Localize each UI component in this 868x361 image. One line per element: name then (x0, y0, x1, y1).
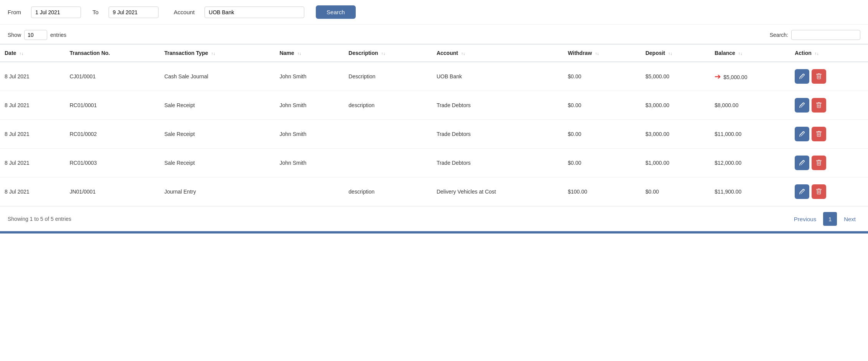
col-account: Account ↑↓ (432, 44, 563, 62)
cell-action (790, 177, 868, 206)
cell-withdraw: $0.00 (563, 62, 641, 91)
table-row: 8 Jul 2021RC01/0001Sale ReceiptJohn Smit… (0, 91, 868, 120)
col-description: Description ↑↓ (344, 44, 432, 62)
sort-name-icon[interactable]: ↑↓ (297, 51, 302, 56)
action-buttons (795, 184, 863, 199)
cell-withdraw: $100.00 (563, 177, 641, 206)
sort-action-icon[interactable]: ↑↓ (815, 51, 819, 56)
col-name: Name ↑↓ (275, 44, 344, 62)
sort-type-icon[interactable]: ↑↓ (211, 51, 215, 56)
sort-withdraw-icon[interactable]: ↑↓ (595, 51, 599, 56)
next-button[interactable]: Next (839, 214, 860, 225)
sort-balance-icon[interactable]: ↑↓ (738, 51, 743, 56)
col-withdraw: Withdraw ↑↓ (563, 44, 641, 62)
show-label: Show (8, 32, 21, 38)
cell-name: John Smith (275, 120, 344, 149)
cell-description (344, 149, 432, 177)
cell-transaction-no: RC01/0003 (65, 149, 160, 177)
footer-bar: Showing 1 to 5 of 5 entries Previous 1 N… (0, 206, 868, 231)
cell-date: 8 Jul 2021 (0, 120, 65, 149)
col-transaction-no: Transaction No. (65, 44, 160, 62)
sort-desc-icon[interactable]: ↑↓ (381, 51, 385, 56)
table-header: Date ↑↓ Transaction No. Transaction Type… (0, 44, 868, 62)
cell-name: John Smith (275, 91, 344, 120)
table-row: 8 Jul 2021CJ01/0001Cash Sale JournalJohn… (0, 62, 868, 91)
cell-description: description (344, 177, 432, 206)
col-transaction-type: Transaction Type ↑↓ (160, 44, 275, 62)
action-buttons (795, 98, 863, 113)
cell-transaction-type: Cash Sale Journal (160, 62, 275, 91)
edit-button[interactable] (795, 98, 809, 113)
page-1-button[interactable]: 1 (823, 212, 837, 226)
previous-button[interactable]: Previous (789, 214, 821, 225)
cell-description (344, 120, 432, 149)
cell-deposit: $3,000.00 (641, 120, 710, 149)
cell-transaction-type: Sale Receipt (160, 149, 275, 177)
delete-button[interactable] (812, 69, 826, 84)
delete-button[interactable] (812, 127, 826, 141)
cell-account: Trade Debtors (432, 149, 563, 177)
cell-deposit: $1,000.00 (641, 149, 710, 177)
cell-balance: ➔$5,000.00 (710, 62, 790, 91)
row-arrow-icon: ➔ (715, 72, 721, 81)
cell-account: Delivery Vehicles at Cost (432, 177, 563, 206)
table-row: 8 Jul 2021RC01/0002Sale ReceiptJohn Smit… (0, 120, 868, 149)
col-balance: Balance ↑↓ (710, 44, 790, 62)
from-label: From (8, 9, 21, 15)
to-input[interactable] (109, 7, 158, 18)
from-input[interactable] (31, 7, 81, 18)
bottom-bar (0, 231, 868, 233)
cell-transaction-no: RC01/0001 (65, 91, 160, 120)
cell-date: 8 Jul 2021 (0, 177, 65, 206)
cell-name: John Smith (275, 62, 344, 91)
sort-date-icon[interactable]: ↑↓ (19, 51, 23, 56)
cell-deposit: $0.00 (641, 177, 710, 206)
cell-action (790, 149, 868, 177)
show-entries: Show entries (8, 30, 66, 40)
table-row: 8 Jul 2021JN01/0001Journal Entrydescript… (0, 177, 868, 206)
transactions-table: Date ↑↓ Transaction No. Transaction Type… (0, 44, 868, 206)
sort-account-icon[interactable]: ↑↓ (461, 51, 465, 56)
edit-button[interactable] (795, 184, 809, 199)
cell-account: Trade Debtors (432, 91, 563, 120)
cell-name: John Smith (275, 149, 344, 177)
search-label: Search: (770, 32, 788, 38)
cell-balance: $11,000.00 (710, 120, 790, 149)
cell-deposit: $3,000.00 (641, 91, 710, 120)
search-box: Search: (770, 30, 860, 40)
cell-transaction-type: Journal Entry (160, 177, 275, 206)
table-row: 8 Jul 2021RC01/0003Sale ReceiptJohn Smit… (0, 149, 868, 177)
search-button[interactable]: Search (316, 5, 356, 19)
cell-description: Description (344, 62, 432, 91)
search-input[interactable] (791, 30, 860, 40)
delete-button[interactable] (812, 98, 826, 113)
showing-text: Showing 1 to 5 of 5 entries (8, 216, 71, 222)
delete-button[interactable] (812, 156, 826, 170)
cell-transaction-no: CJ01/0001 (65, 62, 160, 91)
cell-balance: $12,000.00 (710, 149, 790, 177)
entries-input[interactable] (24, 30, 47, 40)
cell-action (790, 120, 868, 149)
cell-date: 8 Jul 2021 (0, 62, 65, 91)
col-deposit: Deposit ↑↓ (641, 44, 710, 62)
cell-transaction-type: Sale Receipt (160, 91, 275, 120)
pagination: Previous 1 Next (789, 212, 860, 226)
controls-bar: Show entries Search: (0, 25, 868, 44)
account-input[interactable] (205, 7, 304, 18)
cell-withdraw: $0.00 (563, 120, 641, 149)
edit-button[interactable] (795, 127, 809, 141)
entries-label: entries (50, 32, 66, 38)
cell-action (790, 91, 868, 120)
cell-account: UOB Bank (432, 62, 563, 91)
cell-withdraw: $0.00 (563, 149, 641, 177)
cell-transaction-no: RC01/0002 (65, 120, 160, 149)
cell-withdraw: $0.00 (563, 91, 641, 120)
delete-button[interactable] (812, 184, 826, 199)
top-bar: From To Account Search (0, 0, 868, 25)
edit-button[interactable] (795, 69, 809, 84)
account-label: Account (174, 9, 195, 15)
edit-button[interactable] (795, 156, 809, 170)
action-buttons (795, 69, 863, 84)
cell-balance: $11,900.00 (710, 177, 790, 206)
sort-deposit-icon[interactable]: ↑↓ (668, 51, 672, 56)
